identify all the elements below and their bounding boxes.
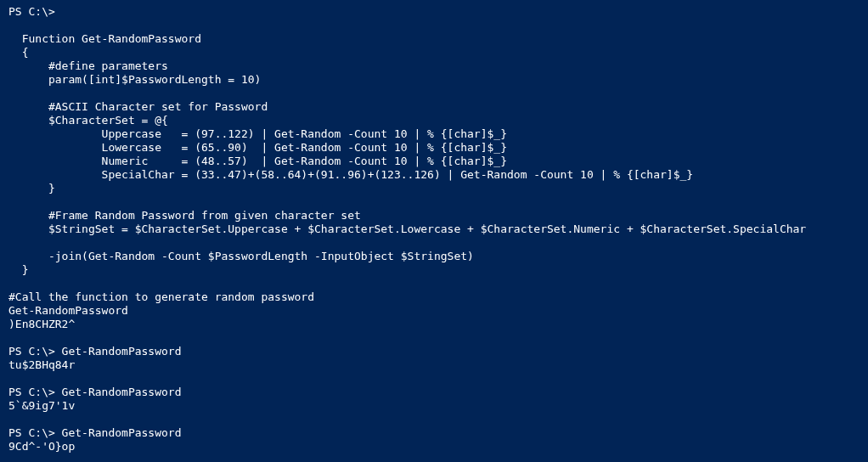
terminal-line: Function Get-RandomPassword: [8, 32, 201, 45]
terminal-line: }: [8, 182, 55, 194]
terminal-line: #ASCII Character set for Password: [8, 100, 268, 113]
terminal-line: PS C:\> Get-RandomPassword: [8, 386, 182, 398]
terminal-line: {: [8, 46, 28, 59]
terminal-line: -join(Get-Random -Count $PasswordLength …: [8, 250, 474, 262]
terminal-line: 5`&9ig7'1v: [8, 399, 75, 412]
terminal-line: 9Cd^-'O}op: [8, 440, 75, 453]
terminal-line: Get-RandomPassword: [8, 304, 128, 317]
terminal-line: #Frame Random Password from given charac…: [8, 209, 361, 222]
terminal-line: PS C:\>: [8, 5, 55, 18]
terminal-line: $StringSet = $CharacterSet.Uppercase + $…: [8, 223, 806, 235]
terminal-line: param([int]$PasswordLength = 10): [8, 73, 261, 86]
terminal-line: }: [8, 263, 28, 276]
terminal-line: SpecialChar = (33..47)+(58..64)+(91..96)…: [8, 168, 693, 181]
terminal-output[interactable]: PS C:\> Function Get-RandomPassword { #d…: [8, 5, 860, 462]
terminal-line: #define parameters: [8, 59, 168, 72]
terminal-line: $CharacterSet = @{: [8, 114, 168, 127]
terminal-line: tu$2BHq84r: [8, 358, 75, 371]
terminal-line: #Call the function to generate random pa…: [8, 290, 314, 303]
terminal-line: Uppercase = (97..122) | Get-Random -Coun…: [8, 127, 507, 140]
terminal-line: PS C:\> Get-RandomPassword: [8, 426, 182, 439]
terminal-line: Lowercase = (65..90) | Get-Random -Count…: [8, 141, 507, 154]
terminal-line: PS C:\> Get-RandomPassword: [8, 345, 182, 358]
terminal-line: Numeric = (48..57) | Get-Random -Count 1…: [8, 155, 507, 167]
terminal-line: )En8CHZR2^: [8, 318, 75, 330]
